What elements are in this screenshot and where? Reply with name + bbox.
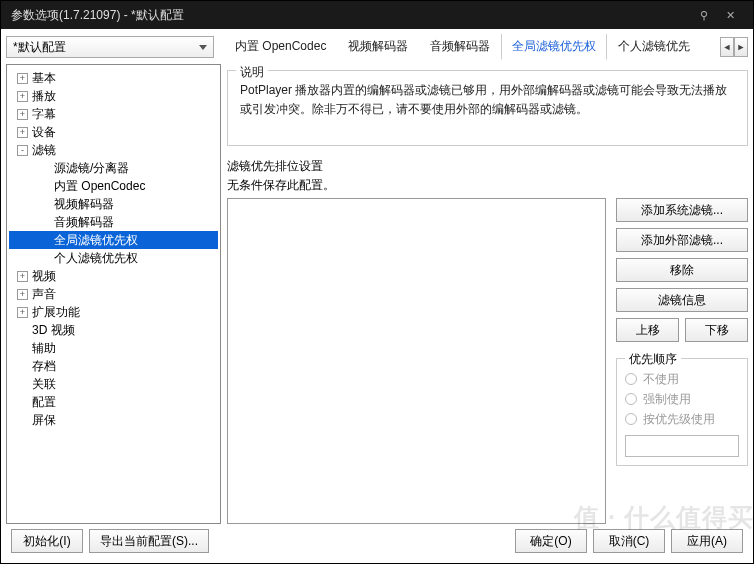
description-title: 说明: [236, 63, 268, 82]
tree-item-label: 视频解码器: [54, 195, 114, 213]
tab-scroll-left-icon[interactable]: ◄: [720, 37, 734, 57]
priority-value-input[interactable]: [625, 435, 739, 457]
tree-item[interactable]: 内置 OpenCodec: [9, 177, 218, 195]
tree-item[interactable]: +字幕: [9, 105, 218, 123]
settings-tree[interactable]: +基本+播放+字幕+设备-滤镜源滤镜/分离器内置 OpenCodec视频解码器音…: [6, 64, 221, 524]
priority-title: 优先顺序: [625, 351, 681, 368]
description-text: PotPlayer 播放器内置的编解码器或滤镜已够用，用外部编解码器或滤镜可能会…: [240, 81, 737, 118]
tree-item-label: 扩展功能: [32, 303, 80, 321]
expand-icon[interactable]: +: [17, 307, 28, 318]
expand-icon[interactable]: +: [17, 109, 28, 120]
move-up-button[interactable]: 上移: [616, 318, 679, 342]
radio-icon: [625, 393, 637, 405]
tree-item-label: 音频解码器: [54, 213, 114, 231]
priority-force-radio[interactable]: 强制使用: [625, 389, 739, 409]
tree-item[interactable]: 个人滤镜优先权: [9, 249, 218, 267]
tree-item[interactable]: +扩展功能: [9, 303, 218, 321]
description-group: 说明 PotPlayer 播放器内置的编解码器或滤镜已够用，用外部编解码器或滤镜…: [227, 70, 748, 146]
tree-item[interactable]: 屏保: [9, 411, 218, 429]
tree-item[interactable]: +声音: [9, 285, 218, 303]
export-config-button[interactable]: 导出当前配置(S)...: [89, 529, 209, 553]
filter-section-note: 无条件保存此配置。: [227, 177, 748, 194]
tree-item-label: 全局滤镜优先权: [54, 231, 138, 249]
tree-item[interactable]: +视频: [9, 267, 218, 285]
tree-item-label: 设备: [32, 123, 56, 141]
tree-item[interactable]: 3D 视频: [9, 321, 218, 339]
expand-icon[interactable]: +: [17, 73, 28, 84]
tree-item[interactable]: 配置: [9, 393, 218, 411]
pin-icon[interactable]: ⚲: [691, 9, 717, 22]
tree-item-label: 基本: [32, 69, 56, 87]
move-down-button[interactable]: 下移: [685, 318, 748, 342]
tree-item[interactable]: +设备: [9, 123, 218, 141]
tree-item[interactable]: 音频解码器: [9, 213, 218, 231]
tree-item-label: 声音: [32, 285, 56, 303]
priority-none-radio[interactable]: 不使用: [625, 369, 739, 389]
remove-filter-button[interactable]: 移除: [616, 258, 748, 282]
filter-info-button[interactable]: 滤镜信息: [616, 288, 748, 312]
tree-item[interactable]: +播放: [9, 87, 218, 105]
tree-item[interactable]: 关联: [9, 375, 218, 393]
tree-item-label: 播放: [32, 87, 56, 105]
add-system-filter-button[interactable]: 添加系统滤镜...: [616, 198, 748, 222]
tree-item[interactable]: -滤镜: [9, 141, 218, 159]
tree-item-label: 屏保: [32, 411, 56, 429]
expand-icon[interactable]: +: [17, 289, 28, 300]
tree-item-label: 内置 OpenCodec: [54, 177, 145, 195]
expand-icon[interactable]: +: [17, 271, 28, 282]
tree-item-label: 3D 视频: [32, 321, 75, 339]
cancel-button[interactable]: 取消(C): [593, 529, 665, 553]
tab-opencodec[interactable]: 内置 OpenCodec: [224, 34, 337, 60]
tree-item[interactable]: +基本: [9, 69, 218, 87]
tree-item-label: 视频: [32, 267, 56, 285]
tree-item-label: 源滤镜/分离器: [54, 159, 129, 177]
tab-video-decoder[interactable]: 视频解码器: [337, 34, 419, 60]
expand-icon[interactable]: +: [17, 91, 28, 102]
tree-item-label: 滤镜: [32, 141, 56, 159]
tree-item[interactable]: 源滤镜/分离器: [9, 159, 218, 177]
tree-item-label: 配置: [32, 393, 56, 411]
priority-group: 优先顺序 不使用 强制使用: [616, 358, 748, 466]
tree-item-label: 关联: [32, 375, 56, 393]
profile-select[interactable]: *默认配置: [6, 36, 214, 58]
tree-item-label: 存档: [32, 357, 56, 375]
add-external-filter-button[interactable]: 添加外部滤镜...: [616, 228, 748, 252]
tab-scroll-right-icon[interactable]: ►: [734, 37, 748, 57]
radio-icon: [625, 373, 637, 385]
ok-button[interactable]: 确定(O): [515, 529, 587, 553]
tree-item-label: 个人滤镜优先权: [54, 249, 138, 267]
collapse-icon[interactable]: -: [17, 145, 28, 156]
filter-listbox[interactable]: [227, 198, 606, 524]
window-title: 参数选项(1.7.21097) - *默认配置: [11, 7, 691, 24]
priority-rank-radio[interactable]: 按优先级使用: [625, 409, 739, 429]
tree-item[interactable]: 辅助: [9, 339, 218, 357]
tree-item-label: 字幕: [32, 105, 56, 123]
initialize-button[interactable]: 初始化(I): [11, 529, 83, 553]
tab-bar: 内置 OpenCodec 视频解码器 音频解码器 全局滤镜优先权 个人滤镜优先: [224, 34, 718, 60]
radio-icon: [625, 413, 637, 425]
tree-item[interactable]: 视频解码器: [9, 195, 218, 213]
tree-item[interactable]: 全局滤镜优先权: [9, 231, 218, 249]
profile-selected: *默认配置: [13, 39, 66, 56]
tree-item-label: 辅助: [32, 339, 56, 357]
tab-personal-filter[interactable]: 个人滤镜优先: [607, 34, 701, 60]
tab-global-filter[interactable]: 全局滤镜优先权: [501, 34, 607, 60]
tab-audio-decoder[interactable]: 音频解码器: [419, 34, 501, 60]
expand-icon[interactable]: +: [17, 127, 28, 138]
close-icon[interactable]: ✕: [717, 9, 743, 22]
apply-button[interactable]: 应用(A): [671, 529, 743, 553]
tree-item[interactable]: 存档: [9, 357, 218, 375]
titlebar: 参数选项(1.7.21097) - *默认配置 ⚲ ✕: [1, 1, 753, 29]
filter-section-title: 滤镜优先排位设置: [227, 158, 748, 175]
